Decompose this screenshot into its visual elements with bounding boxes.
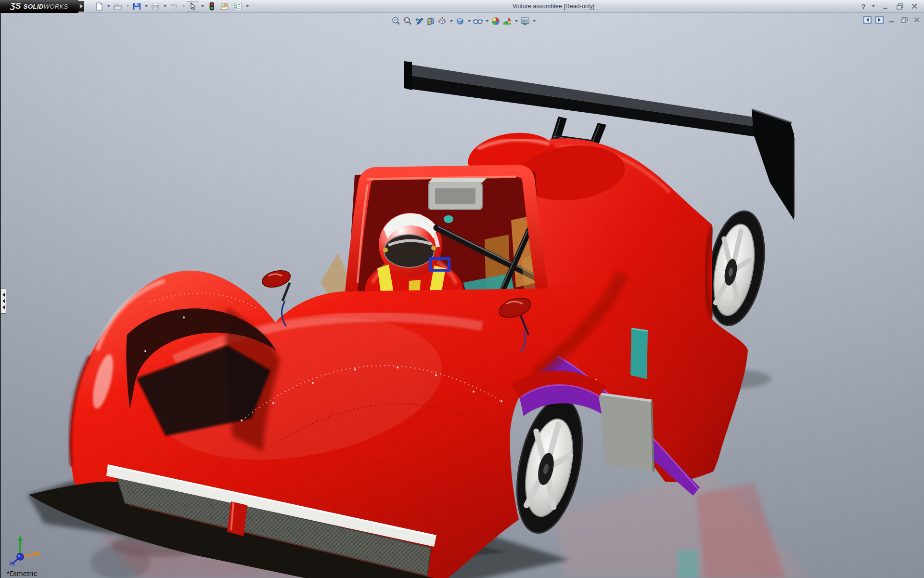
minimize-button[interactable]	[881, 1, 890, 11]
expand-pane-arrow-icon	[2, 305, 5, 309]
new-document-dropdown[interactable]	[106, 1, 111, 12]
view-settings-icon	[520, 16, 530, 26]
doc-restore-button[interactable]	[900, 16, 909, 24]
close-icon	[911, 3, 918, 9]
options-button[interactable]	[231, 1, 244, 12]
window-controls: ?	[861, 0, 924, 13]
edit-appearance-icon	[491, 16, 500, 26]
restore-icon	[897, 3, 903, 10]
toggle-left-pane-button[interactable]	[863, 16, 872, 24]
view-settings-dropdown[interactable]	[531, 15, 537, 26]
save-icon	[133, 2, 141, 11]
doc-close-button[interactable]	[912, 16, 921, 24]
apply-scene-button[interactable]	[502, 16, 513, 26]
display-style-button[interactable]	[455, 16, 465, 26]
view-orientation-button[interactable]	[437, 16, 448, 26]
expand-pane-arrow-icon	[2, 299, 5, 303]
rebuild-traffic-light-icon	[209, 2, 215, 11]
save-dropdown[interactable]	[143, 1, 149, 12]
solidworks-logo-brand-light: WORKS	[44, 3, 68, 10]
menu-expander-button[interactable]	[78, 1, 84, 12]
undo-dropdown[interactable]	[181, 1, 186, 12]
select-button[interactable]	[187, 1, 199, 12]
file-properties-icon	[220, 2, 229, 11]
help-dropdown[interactable]	[871, 1, 876, 12]
options-dropdown[interactable]	[244, 1, 250, 12]
solidworks-window: ƷS SOLID WORKS	[0, 0, 924, 578]
select-cursor-icon	[189, 2, 197, 11]
options-checklist-icon	[233, 2, 242, 11]
solidworks-logo: ƷS SOLID WORKS	[0, 0, 78, 13]
previous-view-button[interactable]	[414, 16, 424, 26]
section-view-icon	[426, 16, 436, 26]
apply-scene-icon	[502, 16, 512, 26]
save-button[interactable]	[130, 1, 143, 12]
zoom-to-area-button[interactable]	[402, 16, 413, 26]
solidworks-logo-glyph: ƷS	[10, 1, 21, 11]
graphics-viewport[interactable]: *Dimetric	[0, 13, 924, 578]
expand-pane-arrow-icon	[2, 293, 5, 297]
restore-button[interactable]	[895, 1, 905, 11]
display-style-dropdown[interactable]	[466, 15, 472, 26]
doc-restore-icon	[901, 17, 908, 23]
main-toolbar	[93, 1, 250, 12]
hide-show-items-button[interactable]	[473, 16, 483, 26]
print-dropdown[interactable]	[162, 1, 167, 12]
doc-close-icon	[914, 17, 920, 23]
print-button[interactable]	[149, 1, 162, 12]
view-orientation-dropdown[interactable]	[449, 15, 454, 26]
help-button[interactable]: ?	[861, 0, 866, 13]
zoom-to-area-icon	[403, 16, 412, 26]
display-style-icon	[455, 16, 465, 26]
doc-minimize-icon	[889, 17, 895, 23]
reference-triad	[8, 535, 42, 567]
solidworks-logo-brand-bold: SOLID	[24, 3, 44, 10]
title-bar: ƷS SOLID WORKS	[0, 0, 924, 13]
doc-minimize-button[interactable]	[887, 16, 896, 24]
file-properties-button[interactable]	[218, 1, 231, 12]
minimize-icon	[883, 3, 889, 9]
document-title: Voiture assomblee [Read-only]	[513, 0, 594, 13]
apply-scene-dropdown[interactable]	[513, 15, 519, 26]
hide-show-items-icon	[473, 16, 483, 26]
heads-up-view-toolbar	[391, 15, 537, 26]
open-dropdown[interactable]	[125, 1, 130, 12]
open-button[interactable]	[112, 1, 124, 12]
close-button[interactable]	[910, 1, 919, 11]
feature-manager-collapsed-tab[interactable]	[1, 288, 6, 314]
undo-button[interactable]	[168, 1, 180, 12]
new-document-button[interactable]	[93, 1, 105, 12]
select-dropdown[interactable]	[200, 1, 205, 12]
toggle-right-pane-button[interactable]	[875, 16, 884, 24]
model-canvas[interactable]	[1, 13, 924, 578]
document-window-controls	[863, 16, 921, 24]
zoom-to-fit-icon	[391, 16, 401, 26]
open-folder-icon	[114, 2, 122, 11]
section-view-button[interactable]	[425, 16, 436, 26]
view-orientation-icon	[437, 16, 447, 26]
new-document-icon	[95, 2, 103, 11]
zoom-to-fit-button[interactable]	[391, 16, 401, 26]
hide-show-items-dropdown[interactable]	[484, 15, 489, 26]
rebuild-button[interactable]	[205, 1, 218, 12]
previous-view-icon	[414, 16, 424, 26]
undo-icon	[170, 2, 179, 11]
view-orientation-label: *Dimetric	[7, 569, 38, 578]
edit-appearance-button[interactable]	[490, 16, 501, 26]
print-icon	[151, 2, 160, 11]
view-settings-button[interactable]	[520, 16, 530, 26]
